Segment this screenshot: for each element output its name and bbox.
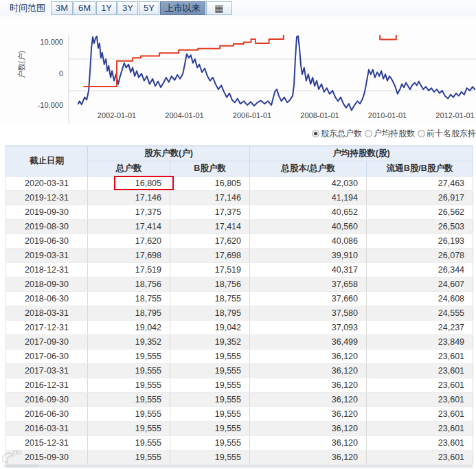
legend-label: 户均持股数 (374, 128, 415, 139)
table-row: 2018-06-3018,75518,75537,66024,608 (6, 292, 473, 306)
cell-value: 23,601 (367, 450, 473, 465)
cell-value: 17,146 (88, 191, 170, 205)
cell-value: 17,519 (88, 263, 170, 277)
table-row: 2018-03-3118,79518,79537,58024,555 (6, 306, 473, 321)
cell-value: 26,917 (367, 191, 473, 205)
table-row: 2017-12-3119,04219,04237,09324,237 (6, 321, 473, 335)
legend-label: 股东总户数 (321, 128, 362, 139)
cell-value: 26,193 (367, 234, 473, 249)
col-subheader-1-0: 总股本/总户数 (250, 161, 367, 176)
time-range-button-3Y[interactable]: 3Y (117, 1, 138, 15)
cell-value: 27,463 (367, 176, 473, 191)
time-range-button-3M[interactable]: 3M (51, 1, 73, 15)
cell-date: 2018-03-31 (6, 306, 88, 321)
cell-value: 40,652 (250, 205, 367, 220)
time-range-button-6M[interactable]: 6M (73, 1, 95, 15)
table-row: 2016-12-3119,55519,55536,12023,601 (6, 378, 473, 393)
cell-date: 2015-09-30 (6, 450, 88, 465)
cell-value: 36,120 (250, 393, 367, 407)
cell-value: 23,601 (367, 350, 473, 364)
time-range-button-1Y[interactable]: 1Y (96, 1, 117, 15)
cell-value: 19,555 (88, 364, 170, 378)
cell-date: 2018-06-30 (6, 292, 88, 306)
cell-value: 26,344 (367, 263, 473, 277)
shareholder-table: 截止日期股东户数(户)户均持股数(股)总户数B股户数总股本/总户数流通B股/B股… (5, 146, 473, 465)
time-range-button-上市以来[interactable]: 上市以来 (160, 1, 205, 15)
cell-value: 41,194 (250, 191, 367, 205)
radio-icon (418, 130, 425, 137)
cell-value: 17,375 (88, 205, 170, 220)
cell-value: 19,555 (88, 436, 170, 450)
cell-value: 17,414 (88, 220, 170, 234)
cell-value: 19,555 (170, 364, 250, 378)
time-range-toolbar: 时间范围 3M6M1Y3Y5Y上市以来▦ (0, 0, 476, 16)
cell-value: 26,503 (367, 220, 473, 234)
cell-date: 2019-09-30 (6, 205, 88, 220)
cell-value: 19,042 (170, 321, 250, 335)
cell-value: 19,555 (170, 378, 250, 393)
legend-label: 前十名股东持 (427, 128, 476, 139)
col-header-date: 截止日期 (6, 146, 88, 176)
series-line-0 (78, 36, 475, 110)
cell-value: 16,805 (170, 176, 250, 191)
table-row: 2015-12-3119,55519,55536,12023,601 (6, 436, 473, 450)
cell-date: 2018-09-30 (6, 277, 88, 292)
table-row: 2018-09-3018,75618,75637,65824,607 (6, 277, 473, 292)
legend-radio-0[interactable]: 股东总户数 (312, 128, 362, 139)
cell-value: 17,698 (170, 249, 250, 263)
shareholder-chart: 户数(户) 10,0000-10,000 2002-01-012004-01-0… (0, 16, 476, 124)
cell-date: 2020-03-31 (6, 176, 88, 191)
legend-radio-2[interactable]: 前十名股东持 (418, 128, 476, 139)
series-legend: 股东总户数户均持股数前十名股东持 (309, 128, 476, 139)
cell-value: 40,317 (250, 263, 367, 277)
x-tick-label: 2008-01-01 (300, 111, 339, 119)
cell-date: 2017-06-30 (6, 350, 88, 364)
cell-value: 40,086 (250, 234, 367, 249)
cell-value: 37,658 (250, 277, 367, 292)
cell-date: 2019-06-30 (6, 234, 88, 249)
cell-value: 36,120 (250, 407, 367, 422)
table-row: 2017-09-3019,35219,35236,49923,849 (6, 335, 473, 350)
cell-date: 2015-12-31 (6, 436, 88, 450)
cell-value: 23,601 (367, 422, 473, 436)
cell-value: 19,555 (88, 450, 170, 465)
table-row: 2018-12-3117,51917,51940,31726,344 (6, 263, 473, 277)
table-row: 2019-08-3017,41417,41440,56026,503 (6, 220, 473, 234)
cell-value: 36,120 (250, 436, 367, 450)
cell-value: 19,555 (88, 422, 170, 436)
cell-value: 19,555 (88, 350, 170, 364)
col-subheader-0-1: B股户数 (170, 161, 250, 176)
cell-value: 18,795 (88, 306, 170, 321)
cell-value: 37,660 (250, 292, 367, 306)
cell-value: 17,414 (170, 220, 250, 234)
cell-date: 2017-12-31 (6, 321, 88, 335)
time-range-button-5Y[interactable]: 5Y (139, 1, 159, 15)
table-row: 2019-06-3017,62017,62040,08626,193 (6, 234, 473, 249)
cell-value: 18,756 (88, 277, 170, 292)
x-tick-label: 2010-01-01 (368, 111, 407, 119)
cell-value: 26,078 (367, 249, 473, 263)
radio-selected-icon (312, 130, 319, 137)
cell-value: 36,120 (250, 422, 367, 436)
cell-value: 24,555 (367, 306, 473, 321)
table-row: 2017-06-3019,55519,55536,12023,601 (6, 350, 473, 364)
x-tick-label: 2004-01-01 (165, 111, 203, 119)
grid-settings-button[interactable]: ▦ (206, 1, 232, 15)
cell-value: 42,030 (250, 176, 367, 191)
cell-value: 18,755 (88, 292, 170, 306)
cell-value: 23,601 (367, 364, 473, 378)
col-subheader-0-0: 总户数 (88, 161, 170, 176)
radio-icon (365, 130, 372, 137)
legend-radio-1[interactable]: 户均持股数 (365, 128, 415, 139)
cell-date: 2019-12-31 (6, 191, 88, 205)
cell-value: 23,601 (367, 436, 473, 450)
cell-value: 19,555 (170, 393, 250, 407)
cell-value: 36,120 (250, 378, 367, 393)
highlighted-cell: 16,805 (88, 176, 170, 191)
cell-value: 18,756 (170, 277, 250, 292)
cell-value: 19,555 (88, 407, 170, 422)
grid-icon: ▦ (214, 3, 223, 13)
x-tick-label: 2012-01-01 (435, 111, 474, 119)
cell-value: 37,580 (250, 306, 367, 321)
cell-date: 2019-08-30 (6, 220, 88, 234)
